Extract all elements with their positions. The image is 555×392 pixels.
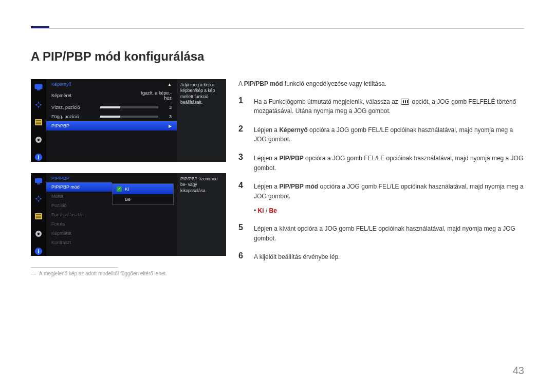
gear-icon — [34, 229, 43, 238]
osd-help-text: Adja meg a kép a képben/kép a kép mellet… — [177, 79, 226, 162]
menu-icon — [401, 99, 409, 105]
svg-marker-2 — [38, 101, 40, 104]
page-title: A PIP/PBP mód konfigurálása — [31, 49, 524, 64]
step-text: Lépjen a kívánt opcióra a JOG gomb FEL/L… — [254, 223, 524, 243]
top-rule — [31, 28, 524, 29]
text-bold: Képernyő — [279, 126, 307, 134]
svg-marker-5 — [40, 104, 42, 106]
osd-option-label: Ki — [125, 186, 129, 192]
text: Lépjen a — [254, 183, 279, 190]
text: / — [264, 207, 269, 214]
step-6: 6 A kijelölt beállítás érvénybe lép. — [238, 251, 524, 262]
osd-row-label: Függ. pozíció — [51, 114, 100, 119]
svg-marker-16 — [38, 195, 40, 198]
osd-row-label: PIP/PBP — [51, 123, 169, 128]
svg-marker-17 — [38, 200, 40, 202]
svg-rect-14 — [35, 178, 42, 183]
text: Lépjen a — [254, 155, 279, 162]
step-1: 1 Ha a Funkciógomb útmutató megjelenik, … — [238, 96, 524, 116]
osd-sidebar: i — [31, 173, 46, 256]
svg-text:i: i — [38, 155, 40, 160]
text: A — [238, 80, 244, 87]
step-5: 5 Lépjen a kívánt opcióra a JOG gomb FEL… — [238, 223, 524, 243]
svg-rect-1 — [37, 89, 40, 90]
intro-text: A PIP/PBP mód funkció engedélyezése vagy… — [238, 79, 524, 89]
osd-row-value: 3 — [162, 114, 172, 119]
text-bold: PIP/PBP mód — [279, 183, 318, 190]
footnote-rule — [31, 267, 118, 268]
osd-row-pozicio: Pozíció — [46, 201, 112, 210]
osd-option-ki: ✓ Ki — [113, 184, 173, 194]
monitor-icon — [34, 83, 43, 92]
text-be: Be — [269, 207, 277, 214]
osd-row-kontraszt: Kontraszt — [46, 238, 112, 247]
slider-track — [100, 116, 158, 118]
info-icon: i — [34, 247, 43, 256]
step-number: 1 — [238, 96, 246, 116]
step-text: Lépjen a Képernyő opcióra a JOG gomb FEL… — [254, 124, 524, 144]
osd-row-label: Képméret — [51, 93, 135, 98]
osd-row-pippbp-mod: PIP/PBP mód — [46, 182, 112, 192]
osd-row-label: Vízsz. pozíció — [51, 105, 100, 110]
osd-header-label: PIP/PBP — [51, 176, 69, 181]
osd-row-label: Képméret — [51, 231, 107, 236]
step-number: 6 — [238, 251, 246, 262]
nav-icon — [34, 194, 43, 203]
svg-rect-15 — [37, 183, 40, 184]
chevron-right-icon: ▶ — [169, 124, 172, 128]
osd-option-be: Be — [113, 194, 173, 204]
svg-rect-23 — [36, 217, 41, 218]
gear-icon — [34, 135, 43, 144]
osd-screenshot-pippbp: i PIP/PBP PIP/PBP mód Méret Pozíció — [31, 173, 226, 256]
osd-row-label: Forrásválasztás — [51, 212, 107, 217]
osd-row-pippbp: PIP/PBP ▶ — [46, 121, 177, 130]
text: funkció engedélyezése vagy letiltása. — [283, 80, 386, 87]
svg-text:i: i — [38, 249, 40, 254]
check-icon: ✓ — [117, 186, 122, 192]
step-2: 2 Lépjen a Képernyő opcióra a JOG gomb F… — [238, 124, 524, 144]
svg-point-25 — [38, 233, 40, 235]
osd-row-vizsz: Vízsz. pozíció 3 — [46, 103, 177, 112]
osd-row-label: Forrás — [51, 221, 107, 227]
header-rule — [31, 28, 524, 29]
osd-row-label: Pozíció — [51, 203, 107, 208]
text-bold: PIP/PBP mód — [244, 80, 283, 87]
step-text: A kijelölt beállítás érvénybe lép. — [254, 251, 524, 262]
osd-sidebar: i — [31, 79, 46, 162]
svg-rect-22 — [36, 216, 41, 217]
text-ki: Ki — [258, 207, 264, 214]
slider-track — [100, 106, 158, 108]
osd-row-meret: Méret — [46, 192, 112, 201]
svg-marker-18 — [35, 198, 38, 200]
osd-header: PIP/PBP — [46, 173, 112, 182]
step-number: 3 — [238, 153, 246, 173]
step-3: 3 Lépjen a PIP/PBP opcióra a JOG gomb FE… — [238, 153, 524, 173]
osd-row-value: 3 — [162, 105, 172, 110]
osd-option-label: Be — [125, 197, 131, 202]
accent-bar — [31, 26, 49, 28]
osd-help-text: PIP/PBP üzemmód be- vagy kikapcsolása. — [177, 173, 226, 256]
osd-header: Képernyő ▲ — [46, 79, 177, 88]
osd-row-value: Igazít. a képe.-höz — [135, 90, 172, 101]
osd-row-forras: Forrás — [46, 219, 112, 229]
svg-rect-0 — [35, 84, 42, 89]
step-4: 4 Lépjen a PIP/PBP mód opcióra a JOG gom… — [238, 181, 524, 201]
osd-row-kepmeret: Képméret — [46, 229, 112, 238]
step-text: Lépjen a PIP/PBP mód opcióra a JOG gomb … — [254, 181, 524, 201]
svg-rect-7 — [36, 120, 41, 121]
list-icon — [34, 212, 43, 221]
chevron-up-icon: ▲ — [168, 82, 172, 87]
step-number: 4 — [238, 181, 246, 201]
footnote: ―A megjelenő kép az adott modelltől függ… — [31, 271, 226, 276]
footnote-text: A megjelenő kép az adott modelltől függő… — [39, 271, 167, 276]
step-number: 5 — [238, 223, 246, 243]
osd-row-forrasvalasztas: Forrásválasztás — [46, 210, 112, 219]
text: Lépjen a — [254, 126, 279, 134]
list-icon — [34, 118, 43, 127]
svg-marker-3 — [38, 106, 40, 108]
svg-rect-9 — [36, 123, 41, 124]
svg-rect-8 — [36, 122, 41, 123]
text-bold: PIP/PBP — [279, 155, 303, 162]
nav-icon — [34, 100, 43, 109]
osd-row-fugg: Függ. pozíció 3 — [46, 112, 177, 121]
